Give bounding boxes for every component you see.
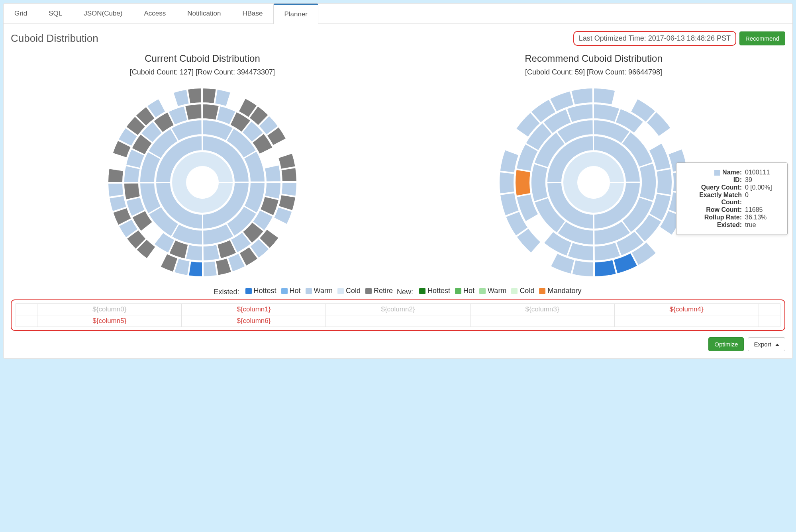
recommend-chart-subtitle: [Cuboid Count: 59] [Row Count: 96644798] [402,68,785,76]
legend-group-label: New: [397,288,415,296]
legend-item-hottest[interactable]: Hottest [419,287,450,295]
cuboid-tooltip: Name:0100111ID:39Query Count:0 [0.00%]Ex… [676,162,788,235]
column-cell: ${column0} [37,303,182,315]
tooltip-row: ID:39 [683,176,781,184]
column-cell: ${column2} [326,303,470,315]
legend-item-cold[interactable]: Cold [511,287,534,295]
recommend-button[interactable]: Recommend [739,31,785,45]
legend-item-retire[interactable]: Retire [365,287,393,295]
tab-bar: GridSQLJSON(Cube)AccessNotificationHBase… [4,4,792,24]
column-cell [470,315,614,327]
legend-item-hottest[interactable]: Hottest [245,287,276,295]
column-cell: ${column4} [614,303,759,315]
legend-item-cold[interactable]: Cold [337,287,361,295]
tooltip-row: Query Count:0 [0.00%] [683,184,781,191]
legend-item-warm[interactable]: Warm [306,287,333,295]
last-optimized-label: Last Optimized Time: [579,34,646,42]
current-chart-column: Current Cuboid Distribution [Cuboid Coun… [11,53,394,282]
column-cell: ${column6} [182,315,326,327]
last-optimized-time: Last Optimized Time: 2017-06-13 18:48:26… [573,31,736,46]
last-optimized-value: 2017-06-13 18:48:26 PST [648,34,731,42]
tab-notification[interactable]: Notification [176,4,231,24]
legend-item-mandatory[interactable]: Mandatory [539,287,581,295]
legend-item-hot[interactable]: Hot [281,287,301,295]
column-cell [326,315,470,327]
current-chart-title: Current Cuboid Distribution [11,53,394,64]
legend-group-label: Existed: [214,288,241,296]
column-cell: ${column5} [37,315,182,327]
caret-up-icon [775,344,779,346]
current-chart-subtitle: [Cuboid Count: 127] [Row Count: 39447330… [11,68,394,76]
columns-table: ${column0}${column1}${column2}${column3}… [16,303,780,327]
column-lead-cell [16,303,37,315]
column-cell: ${column3} [470,303,614,315]
tab-grid[interactable]: Grid [4,4,38,24]
chart-legend: Existed: HottestHotWarmColdRetireNew: Ho… [11,287,785,296]
columns-row-2: ${column5}${column6} [16,315,780,327]
current-sunburst[interactable] [11,83,394,282]
tooltip-row: Exactly Match Count:0 [683,192,781,206]
columns-highlight-box: ${column0}${column1}${column2}${column3}… [11,299,785,331]
tooltip-row: Existed:true [683,221,781,229]
tooltip-row: Name:0100111 [683,169,781,176]
header-actions: Last Optimized Time: 2017-06-13 18:48:26… [573,31,785,46]
legend-item-warm[interactable]: Warm [479,287,506,295]
column-lead-cell [16,315,37,327]
tooltip-row: Rollup Rate:36.13% [683,214,781,221]
header-row: Cuboid Distribution Last Optimized Time:… [11,31,785,46]
charts-row: Current Cuboid Distribution [Cuboid Coun… [11,53,785,282]
column-tail-cell [759,315,780,327]
main-panel: GridSQLJSON(Cube)AccessNotificationHBase… [3,3,793,359]
legend-item-hot[interactable]: Hot [455,287,474,295]
recommend-chart-column: Recommend Cuboid Distribution [Cuboid Co… [402,53,785,282]
tab-access[interactable]: Access [133,4,176,24]
column-cell: ${column1} [182,303,326,315]
column-cell [614,315,759,327]
export-label: Export [754,341,771,348]
tab-planner[interactable]: Planner [273,4,318,24]
tab-json-cube-[interactable]: JSON(Cube) [73,4,133,24]
footer-actions: Optimize Export [11,337,785,351]
columns-row-1: ${column0}${column1}${column2}${column3}… [16,303,780,315]
tab-sql[interactable]: SQL [38,4,73,24]
tab-content: Cuboid Distribution Last Optimized Time:… [4,24,792,358]
page-title: Cuboid Distribution [11,32,98,45]
tab-hbase[interactable]: HBase [231,4,273,24]
export-button[interactable]: Export [748,337,785,351]
optimize-button[interactable]: Optimize [708,337,744,351]
tooltip-row: Row Count:11685 [683,206,781,213]
column-tail-cell [759,303,780,315]
recommend-sunburst[interactable]: Name:0100111ID:39Query Count:0 [0.00%]Ex… [402,83,785,282]
recommend-chart-title: Recommend Cuboid Distribution [402,53,785,64]
